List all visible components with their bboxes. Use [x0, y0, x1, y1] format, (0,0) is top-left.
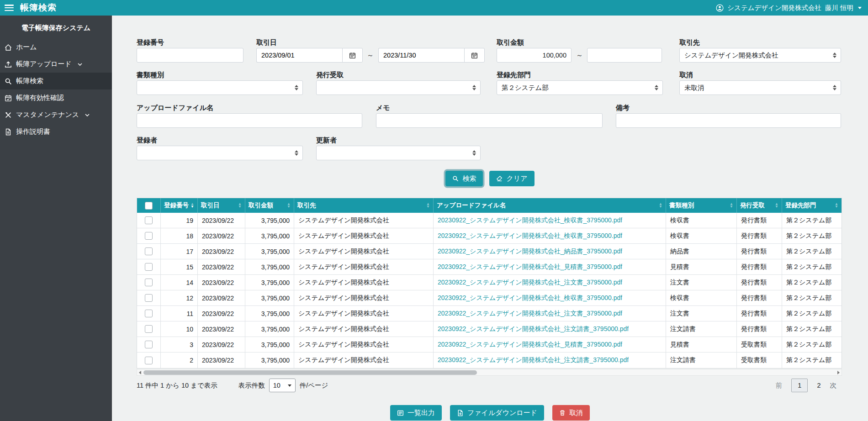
upload-filename-input[interactable]	[137, 113, 362, 128]
amount-from-input[interactable]	[497, 48, 572, 63]
cell-transaction-date: 2023/09/22	[198, 337, 245, 352]
row-checkbox-cell	[137, 321, 161, 337]
client-select[interactable]: システムデザイン開発株式会社	[679, 48, 841, 63]
file-link[interactable]: 20230922_システムデザイン開発株式会社_納品書_3795000.pdf	[438, 247, 622, 256]
clear-button[interactable]: クリア	[489, 171, 534, 186]
column-header-transaction-date[interactable]: 取引日▲▼	[198, 198, 245, 213]
sort-icon: ▲▼	[659, 203, 662, 208]
table-row: 3 2023/09/22 3,795,000 システムデザイン開発株式会社 20…	[137, 337, 842, 353]
column-header-department[interactable]: 登録先部門▲▼	[782, 198, 842, 213]
cell-transaction-date: 2023/09/22	[198, 213, 245, 228]
pagination-bar: 11 件中 1 から 10 まで表示 表示件数 10 件/ページ 前 1 2 次	[137, 377, 842, 394]
scroll-left-arrow-icon[interactable]	[139, 371, 141, 374]
export-list-button[interactable]: 一覧出力	[390, 405, 442, 421]
sidebar-item-manual[interactable]: 操作説明書	[0, 123, 112, 140]
scrollbar-thumb[interactable]	[143, 370, 477, 375]
cell-upload-filename: 20230922_システムデザイン開発株式会社_注文請書_3795000.pdf	[434, 321, 666, 337]
prev-page-link[interactable]: 前	[776, 381, 783, 390]
row-checkbox[interactable]	[145, 279, 153, 286]
file-link[interactable]: 20230922_システムデザイン開発株式会社_注文請書_3795000.pdf	[438, 356, 629, 364]
amount-to-input[interactable]	[587, 48, 662, 63]
page-link-1[interactable]: 1	[791, 379, 808, 392]
page-size-select[interactable]: 10	[269, 379, 296, 392]
select-all-checkbox[interactable]	[145, 202, 153, 210]
search-button-label: 検索	[462, 174, 476, 183]
row-checkbox[interactable]	[145, 341, 153, 348]
row-checkbox[interactable]	[145, 216, 153, 224]
remarks-input[interactable]	[616, 113, 841, 128]
cell-document-type: 注文書	[666, 306, 737, 321]
file-link[interactable]: 20230922_システムデザイン開発株式会社_注文書_3795000.pdf	[438, 279, 622, 287]
file-link[interactable]: 20230922_システムデザイン開発株式会社_検収書_3795000.pdf	[438, 294, 622, 302]
memo-input[interactable]	[376, 113, 603, 128]
date-from-input[interactable]	[256, 48, 342, 63]
cell-document-type: 注文書	[666, 275, 737, 290]
sidebar-item-master-maintenance[interactable]: マスタメンテナンス	[0, 106, 112, 123]
sidebar-item-home[interactable]: ホーム	[0, 39, 112, 56]
sidebar-item-search[interactable]: 帳簿検索	[0, 73, 112, 89]
main-content: 登録番号 取引日 ～ 取引金額 ～ 取引先 システムデザイン開	[112, 16, 868, 421]
cell-client: システムデザイン開発株式会社	[294, 290, 434, 305]
column-header-registration-number[interactable]: 登録番号▲▼	[161, 198, 198, 213]
date-to-input[interactable]	[378, 48, 464, 63]
row-checkbox[interactable]	[145, 357, 153, 364]
select-carets-icon	[833, 53, 836, 58]
file-download-button[interactable]: ファイルダウンロード	[450, 405, 544, 421]
cell-registration-number: 15	[161, 259, 198, 274]
row-checkbox[interactable]	[145, 263, 153, 271]
cell-issue-receive: 受取書類	[737, 337, 782, 352]
row-checkbox[interactable]	[145, 310, 153, 317]
scroll-right-arrow-icon[interactable]	[837, 371, 840, 374]
cell-registration-number: 18	[161, 228, 198, 243]
sort-icon: ▲▼	[238, 203, 242, 208]
cell-document-type: 納品書	[666, 244, 737, 259]
cell-transaction-amount: 3,795,000	[245, 321, 294, 337]
file-link[interactable]: 20230922_システムデザイン開発株式会社_検収書_3795000.pdf	[438, 216, 622, 225]
sidebar-item-upload[interactable]: 帳簿アップロード	[0, 56, 112, 73]
cell-client: システムデザイン開発株式会社	[294, 353, 434, 368]
department-select[interactable]: 第２システム部	[497, 80, 663, 95]
file-link[interactable]: 20230922_システムデザイン開発株式会社_見積書_3795000.pdf	[438, 341, 622, 349]
cancel-records-button[interactable]: 取消	[552, 405, 590, 421]
header-user-menu[interactable]: システムデザイン開発株式会社 藤川 恒明	[716, 4, 862, 12]
sidebar-item-validity-check[interactable]: 帳簿有効性確認	[0, 89, 112, 106]
cell-registration-number: 3	[161, 337, 198, 352]
cell-issue-receive: 発行書類	[737, 321, 782, 337]
table-horizontal-scrollbar[interactable]	[137, 369, 842, 376]
sidebar-item-label: 帳簿検索	[16, 77, 43, 85]
cancel-status-select[interactable]: 未取消	[679, 80, 841, 95]
file-link[interactable]: 20230922_システムデザイン開発株式会社_注文書_3795000.pdf	[438, 310, 622, 318]
row-checkbox[interactable]	[145, 294, 153, 302]
column-header-issue-receive[interactable]: 発行受取▲▼	[737, 198, 782, 213]
registrant-select[interactable]	[137, 146, 303, 160]
row-checkbox-cell	[137, 337, 161, 352]
column-header-transaction-amount[interactable]: 取引金額▲▼	[245, 198, 294, 213]
column-header-document-type[interactable]: 書類種別▲▼	[666, 198, 737, 213]
menu-toggle-icon[interactable]	[5, 5, 14, 11]
column-header-upload-filename[interactable]: アップロードファイル名▲▼	[434, 198, 666, 213]
sidebar-item-label: マスタメンテナンス	[16, 111, 79, 119]
date-to-calendar-button[interactable]	[464, 48, 485, 63]
row-checkbox[interactable]	[145, 232, 153, 240]
file-link[interactable]: 20230922_システムデザイン開発株式会社_検収書_3795000.pdf	[438, 232, 622, 240]
file-link[interactable]: 20230922_システムデザイン開発株式会社_注文請書_3795000.pdf	[438, 325, 629, 333]
cell-transaction-date: 2023/09/22	[198, 290, 245, 305]
document-type-select[interactable]	[137, 80, 303, 95]
file-link[interactable]: 20230922_システムデザイン開発株式会社_見積書_3795000.pdf	[438, 263, 622, 271]
row-checkbox[interactable]	[145, 247, 153, 255]
sort-icon: ▲▼	[835, 203, 838, 208]
cell-registration-number: 14	[161, 275, 198, 290]
cell-client: システムデザイン開発株式会社	[294, 244, 434, 259]
search-button[interactable]: 検索	[445, 171, 483, 186]
table-row: 15 2023/09/22 3,795,000 システムデザイン開発株式会社 2…	[137, 259, 842, 275]
column-header-client[interactable]: 取引先▲▼	[294, 198, 434, 213]
next-page-link[interactable]: 次	[830, 381, 837, 390]
cell-department: 第２システム部	[782, 259, 842, 274]
date-from-calendar-button[interactable]	[342, 48, 363, 63]
page-link-2[interactable]: 2	[817, 382, 820, 389]
label-updater: 更新者	[316, 136, 337, 145]
updater-select[interactable]	[316, 146, 481, 160]
issue-receive-select[interactable]	[316, 80, 481, 95]
row-checkbox[interactable]	[145, 325, 153, 333]
registration-number-input[interactable]	[137, 48, 243, 63]
